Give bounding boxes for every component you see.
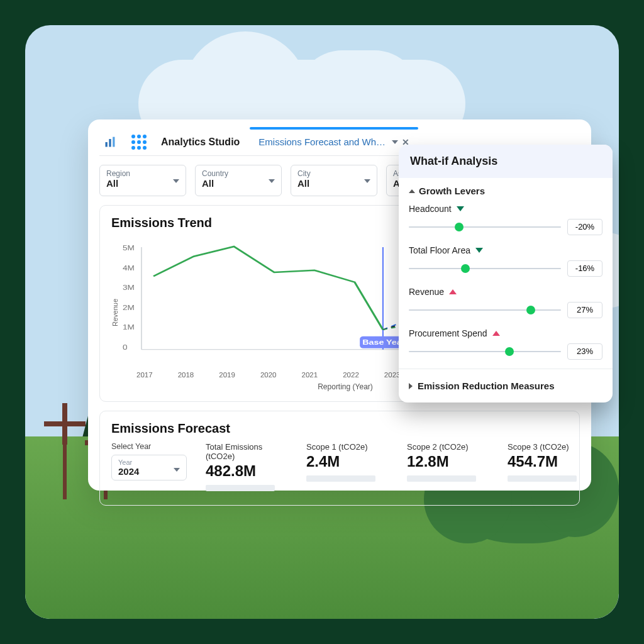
- metric-bar: [407, 475, 476, 482]
- app-launcher-icon[interactable]: [130, 133, 148, 152]
- what-if-panel: What-if Analysis Growth Levers Headcount…: [399, 145, 613, 402]
- slider-knob[interactable]: [505, 347, 514, 356]
- panel-title: What-if Analysis: [399, 145, 613, 178]
- svg-rect-0: [106, 142, 108, 147]
- slider-value[interactable]: -16%: [567, 260, 602, 277]
- slider-track[interactable]: [409, 226, 561, 228]
- slider-knob[interactable]: [461, 264, 470, 273]
- lever-headcount: Headcount -20%: [399, 200, 613, 242]
- select-year-block: Select Year Year 2024: [111, 442, 187, 480]
- section-emission-reduction[interactable]: Emission Reduction Measures: [399, 372, 613, 402]
- svg-text:5M: 5M: [123, 245, 135, 252]
- svg-rect-1: [109, 139, 111, 147]
- slider-track[interactable]: [409, 351, 561, 352]
- svg-rect-2: [113, 136, 114, 147]
- slider-knob[interactable]: [455, 223, 464, 231]
- metric-scope3: Scope 3 (tCO2e) 454.7M: [508, 442, 589, 482]
- trend-down-icon: [457, 206, 464, 211]
- svg-text:3M: 3M: [123, 284, 135, 292]
- metric-total-emissions: Total Emissions (tCO2e) 482.8M: [206, 442, 287, 491]
- svg-text:2M: 2M: [123, 304, 135, 311]
- chevron-down-icon: [174, 468, 180, 472]
- app-name: Analytics Studio: [157, 136, 243, 148]
- lever-revenue: Revenue 27%: [399, 283, 613, 325]
- y-axis-label: Revenue: [111, 234, 119, 391]
- trend-up-icon: [492, 331, 500, 336]
- chevron-right-icon: [409, 383, 413, 389]
- svg-text:1M: 1M: [123, 324, 135, 331]
- lever-procurement: Procurement Spend 23%: [399, 325, 613, 366]
- year-picker[interactable]: Year 2024: [111, 455, 187, 480]
- metric-scope1: Scope 1 (tCO2e) 2.4M: [306, 442, 388, 482]
- metric-bar: [306, 475, 375, 482]
- slider-value[interactable]: 27%: [567, 302, 602, 318]
- svg-text:0: 0: [123, 343, 128, 351]
- trend-up-icon: [449, 289, 457, 294]
- metric-bar: [508, 475, 577, 482]
- chevron-down-icon: [173, 179, 179, 183]
- section-growth-levers[interactable]: Growth Levers: [399, 178, 613, 200]
- trend-down-icon: [475, 248, 483, 253]
- chevron-up-icon: [409, 189, 415, 193]
- metric-bar: [206, 485, 275, 491]
- slider-value[interactable]: 23%: [567, 343, 602, 360]
- tab-label: Emissions Forecast and Wh…: [258, 136, 386, 147]
- filter-region[interactable]: Region All: [99, 165, 186, 196]
- tab-emissions-forecast[interactable]: Emissions Forecast and Wh… ✕: [252, 128, 416, 156]
- filter-country[interactable]: Country All: [195, 165, 282, 196]
- filter-city[interactable]: City All: [291, 165, 377, 196]
- lever-floor-area: Total Floor Area -16%: [399, 242, 613, 283]
- metric-scope2: Scope 2 (tCO2e) 12.8M: [407, 442, 489, 482]
- slider-knob[interactable]: [526, 306, 535, 314]
- emissions-forecast-card: Emissions Forecast Select Year Year 2024…: [99, 411, 580, 506]
- card-title: Emissions Forecast: [111, 421, 568, 436]
- svg-text:4M: 4M: [123, 264, 135, 272]
- chevron-down-icon: [269, 179, 275, 183]
- chevron-down-icon: [364, 179, 370, 183]
- slider-value[interactable]: -20%: [567, 219, 602, 235]
- slider-track[interactable]: [409, 309, 561, 311]
- chart-app-icon: [99, 131, 121, 153]
- chevron-down-icon[interactable]: [392, 140, 398, 144]
- slider-track[interactable]: [409, 268, 561, 269]
